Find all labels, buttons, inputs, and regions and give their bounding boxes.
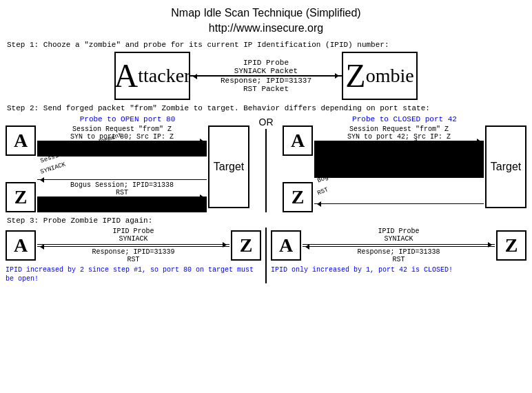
- zombie-box: Z ombie: [342, 52, 418, 100]
- step1-diagram: A ttacker IPID Probe SYNIACK Packet Resp…: [6, 52, 526, 100]
- step2-closed-side: Probe to CLOSED port 42 A Z Session Requ…: [283, 115, 526, 212]
- step2-diagram: Probe to OPEN port 80 A Z Session Reques…: [6, 115, 526, 212]
- step3-left-z: Z: [231, 230, 261, 261]
- closed-zombie-box: Z: [283, 182, 313, 212]
- arrow-left-response: [190, 76, 342, 77]
- step3-left-a: A: [6, 230, 36, 261]
- step1-arrows: IPID Probe SYNIACK Packet Response; IPID…: [190, 59, 342, 93]
- step3-label: Step 3: Probe Zombie IPID again:: [7, 216, 526, 225]
- step3-diagram: A IPID Probe SYNIACK Response; IPID=3133…: [6, 228, 526, 283]
- step2-label: Step 2: Send forged packet "from" Zombie…: [7, 104, 526, 112]
- step2-open-side: Probe to OPEN port 80 A Z Session Reques…: [6, 115, 249, 212]
- step3-right-note: IPID only increased by 1, port 42 is CLO…: [271, 265, 526, 274]
- step3-divider: [264, 228, 268, 283]
- open-target-box: Target: [208, 125, 249, 208]
- closed-target-box: Target: [485, 125, 526, 208]
- step3-right-z: Z: [496, 230, 526, 261]
- open-label: Probe to OPEN port 80: [6, 115, 249, 123]
- step3-left-note: IPID increased by 2 since step #1, so po…: [6, 265, 261, 283]
- step3-right: A IPID Probe SYNIACK Response; IPID=3133…: [271, 228, 526, 283]
- closed-label: Probe to CLOSED port 42: [283, 115, 526, 123]
- step1-label: Step 1: Chooze a "zombie" and probe for …: [7, 41, 526, 49]
- page-title: Nmap Idle Scan Technique (Simplified) ht…: [6, 6, 526, 37]
- or-divider: OR: [249, 115, 283, 212]
- closed-attacker-box: A: [283, 125, 313, 156]
- step3-left: A IPID Probe SYNIACK Response; IPID=3133…: [6, 228, 261, 283]
- open-zombie-box: Z: [6, 182, 36, 212]
- open-attacker-box: A: [6, 125, 36, 156]
- step3-right-a: A: [271, 230, 301, 261]
- attacker-box: A ttacker: [114, 52, 190, 100]
